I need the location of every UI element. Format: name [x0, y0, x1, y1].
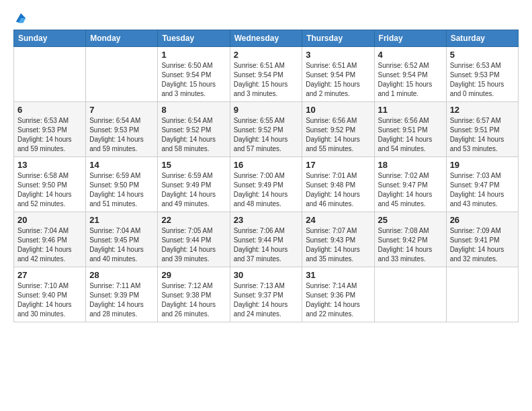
- day-number: 30: [234, 270, 299, 280]
- calendar-cell: 11Sunrise: 6:56 AM Sunset: 9:51 PM Dayli…: [374, 102, 446, 157]
- calendar-cell: 27Sunrise: 7:10 AM Sunset: 9:40 PM Dayli…: [14, 267, 86, 322]
- day-header-sunday: Sunday: [14, 30, 86, 47]
- calendar-cell: 25Sunrise: 7:08 AM Sunset: 9:42 PM Dayli…: [374, 212, 446, 267]
- day-number: 27: [17, 270, 82, 280]
- day-number: 1: [161, 50, 226, 60]
- day-info: Sunrise: 6:58 AM Sunset: 9:50 PM Dayligh…: [17, 171, 82, 209]
- day-info: Sunrise: 6:59 AM Sunset: 9:49 PM Dayligh…: [161, 171, 226, 209]
- day-number: 29: [161, 270, 226, 280]
- day-number: 16: [234, 160, 299, 170]
- day-header-saturday: Saturday: [446, 30, 518, 47]
- day-number: 31: [306, 270, 370, 280]
- day-info: Sunrise: 6:50 AM Sunset: 9:54 PM Dayligh…: [161, 61, 226, 99]
- day-info: Sunrise: 6:51 AM Sunset: 9:54 PM Dayligh…: [234, 61, 299, 99]
- page: SundayMondayTuesdayWednesdayThursdayFrid…: [0, 0, 532, 411]
- day-number: 19: [450, 160, 515, 170]
- calendar-header-row: SundayMondayTuesdayWednesdayThursdayFrid…: [14, 30, 519, 47]
- day-info: Sunrise: 7:01 AM Sunset: 9:48 PM Dayligh…: [306, 171, 370, 209]
- calendar-cell: 3Sunrise: 6:51 AM Sunset: 9:54 PM Daylig…: [302, 47, 374, 102]
- calendar-cell: 2Sunrise: 6:51 AM Sunset: 9:54 PM Daylig…: [230, 47, 302, 102]
- day-number: 3: [306, 50, 370, 60]
- day-info: Sunrise: 6:52 AM Sunset: 9:54 PM Dayligh…: [378, 61, 443, 99]
- header: [13, 12, 519, 24]
- day-info: Sunrise: 6:57 AM Sunset: 9:51 PM Dayligh…: [450, 116, 515, 154]
- day-number: 14: [89, 160, 154, 170]
- week-row-5: 27Sunrise: 7:10 AM Sunset: 9:40 PM Dayli…: [14, 267, 519, 322]
- day-info: Sunrise: 7:06 AM Sunset: 9:44 PM Dayligh…: [234, 226, 299, 264]
- calendar-cell: 1Sunrise: 6:50 AM Sunset: 9:54 PM Daylig…: [158, 47, 230, 102]
- day-number: 26: [450, 215, 515, 225]
- calendar-cell: 22Sunrise: 7:05 AM Sunset: 9:44 PM Dayli…: [158, 212, 230, 267]
- day-info: Sunrise: 7:00 AM Sunset: 9:49 PM Dayligh…: [234, 171, 299, 209]
- day-info: Sunrise: 7:14 AM Sunset: 9:36 PM Dayligh…: [306, 281, 370, 319]
- day-number: 8: [161, 105, 226, 115]
- day-info: Sunrise: 7:11 AM Sunset: 9:39 PM Dayligh…: [89, 281, 154, 319]
- day-header-thursday: Thursday: [302, 30, 374, 47]
- calendar-cell: [374, 267, 446, 322]
- day-header-friday: Friday: [374, 30, 446, 47]
- calendar-cell: 13Sunrise: 6:58 AM Sunset: 9:50 PM Dayli…: [14, 157, 86, 212]
- day-info: Sunrise: 7:08 AM Sunset: 9:42 PM Dayligh…: [378, 226, 443, 264]
- day-number: 28: [89, 270, 154, 280]
- day-number: 10: [306, 105, 370, 115]
- calendar-cell: 26Sunrise: 7:09 AM Sunset: 9:41 PM Dayli…: [446, 212, 518, 267]
- calendar-cell: 12Sunrise: 6:57 AM Sunset: 9:51 PM Dayli…: [446, 102, 518, 157]
- calendar-cell: [446, 267, 518, 322]
- day-number: 21: [89, 215, 154, 225]
- day-number: 18: [378, 160, 443, 170]
- day-header-wednesday: Wednesday: [230, 30, 302, 47]
- day-number: 4: [378, 50, 443, 60]
- week-row-1: 1Sunrise: 6:50 AM Sunset: 9:54 PM Daylig…: [14, 47, 519, 102]
- day-info: Sunrise: 6:55 AM Sunset: 9:52 PM Dayligh…: [234, 116, 299, 154]
- day-info: Sunrise: 6:53 AM Sunset: 9:53 PM Dayligh…: [17, 116, 82, 154]
- logo-icon: [15, 12, 27, 24]
- calendar-cell: 9Sunrise: 6:55 AM Sunset: 9:52 PM Daylig…: [230, 102, 302, 157]
- calendar-cell: 17Sunrise: 7:01 AM Sunset: 9:48 PM Dayli…: [302, 157, 374, 212]
- day-number: 6: [17, 105, 82, 115]
- day-number: 11: [378, 105, 443, 115]
- calendar-cell: 31Sunrise: 7:14 AM Sunset: 9:36 PM Dayli…: [302, 267, 374, 322]
- calendar-cell: 15Sunrise: 6:59 AM Sunset: 9:49 PM Dayli…: [158, 157, 230, 212]
- calendar-cell: 10Sunrise: 6:56 AM Sunset: 9:52 PM Dayli…: [302, 102, 374, 157]
- calendar-cell: 20Sunrise: 7:04 AM Sunset: 9:46 PM Dayli…: [14, 212, 86, 267]
- calendar-cell: 5Sunrise: 6:53 AM Sunset: 9:53 PM Daylig…: [446, 47, 518, 102]
- day-number: 12: [450, 105, 515, 115]
- day-info: Sunrise: 6:54 AM Sunset: 9:52 PM Dayligh…: [161, 116, 226, 154]
- day-info: Sunrise: 7:02 AM Sunset: 9:47 PM Dayligh…: [378, 171, 443, 209]
- calendar-cell: 16Sunrise: 7:00 AM Sunset: 9:49 PM Dayli…: [230, 157, 302, 212]
- calendar-cell: 28Sunrise: 7:11 AM Sunset: 9:39 PM Dayli…: [86, 267, 158, 322]
- calendar-cell: 14Sunrise: 6:59 AM Sunset: 9:50 PM Dayli…: [86, 157, 158, 212]
- logo: [13, 12, 27, 24]
- week-row-4: 20Sunrise: 7:04 AM Sunset: 9:46 PM Dayli…: [14, 212, 519, 267]
- day-info: Sunrise: 7:03 AM Sunset: 9:47 PM Dayligh…: [450, 171, 515, 209]
- day-info: Sunrise: 7:09 AM Sunset: 9:41 PM Dayligh…: [450, 226, 515, 264]
- day-number: 7: [89, 105, 154, 115]
- calendar-cell: 8Sunrise: 6:54 AM Sunset: 9:52 PM Daylig…: [158, 102, 230, 157]
- calendar-cell: 21Sunrise: 7:04 AM Sunset: 9:45 PM Dayli…: [86, 212, 158, 267]
- day-info: Sunrise: 7:05 AM Sunset: 9:44 PM Dayligh…: [161, 226, 226, 264]
- day-info: Sunrise: 6:56 AM Sunset: 9:51 PM Dayligh…: [378, 116, 443, 154]
- day-number: 15: [161, 160, 226, 170]
- day-header-monday: Monday: [86, 30, 158, 47]
- week-row-3: 13Sunrise: 6:58 AM Sunset: 9:50 PM Dayli…: [14, 157, 519, 212]
- day-number: 2: [234, 50, 299, 60]
- calendar-cell: 18Sunrise: 7:02 AM Sunset: 9:47 PM Dayli…: [374, 157, 446, 212]
- calendar: SundayMondayTuesdayWednesdayThursdayFrid…: [13, 30, 519, 322]
- calendar-cell: 19Sunrise: 7:03 AM Sunset: 9:47 PM Dayli…: [446, 157, 518, 212]
- day-info: Sunrise: 6:53 AM Sunset: 9:53 PM Dayligh…: [450, 61, 515, 99]
- calendar-cell: 29Sunrise: 7:12 AM Sunset: 9:38 PM Dayli…: [158, 267, 230, 322]
- day-info: Sunrise: 6:54 AM Sunset: 9:53 PM Dayligh…: [89, 116, 154, 154]
- day-number: 9: [234, 105, 299, 115]
- calendar-cell: [86, 47, 158, 102]
- day-number: 17: [306, 160, 370, 170]
- day-number: 24: [306, 215, 370, 225]
- day-number: 13: [17, 160, 82, 170]
- calendar-cell: 24Sunrise: 7:07 AM Sunset: 9:43 PM Dayli…: [302, 212, 374, 267]
- calendar-cell: 23Sunrise: 7:06 AM Sunset: 9:44 PM Dayli…: [230, 212, 302, 267]
- day-number: 5: [450, 50, 515, 60]
- calendar-cell: 6Sunrise: 6:53 AM Sunset: 9:53 PM Daylig…: [14, 102, 86, 157]
- calendar-cell: 7Sunrise: 6:54 AM Sunset: 9:53 PM Daylig…: [86, 102, 158, 157]
- day-number: 22: [161, 215, 226, 225]
- day-info: Sunrise: 7:13 AM Sunset: 9:37 PM Dayligh…: [234, 281, 299, 319]
- day-info: Sunrise: 7:04 AM Sunset: 9:45 PM Dayligh…: [89, 226, 154, 264]
